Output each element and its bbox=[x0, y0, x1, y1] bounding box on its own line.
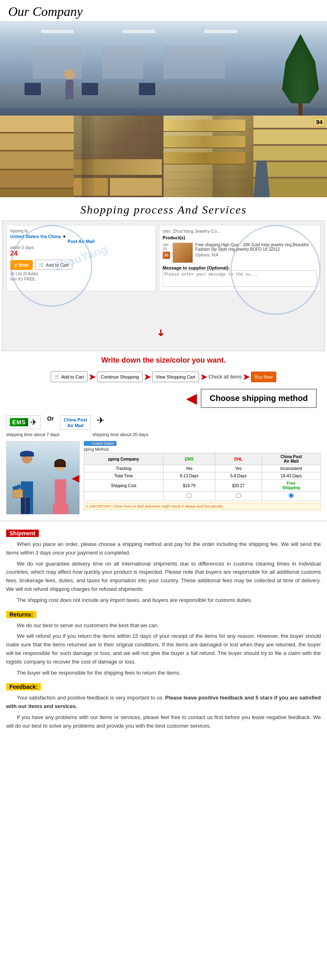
shipping-method-row: ◀ Choose shipping method bbox=[2, 385, 325, 411]
warehouse-left-image bbox=[0, 116, 164, 197]
store-name: nter: ZhuoYang Jewelry Co... bbox=[163, 229, 317, 234]
products-label: Product(s) bbox=[163, 235, 317, 240]
delivery-woman bbox=[49, 461, 73, 514]
view-cart-btn[interactable]: View Shopping Cart bbox=[152, 372, 199, 382]
shipping-note: ⚠ IMPORTANT: China Post Air Mail deliver… bbox=[84, 503, 321, 510]
or-text: Or bbox=[47, 415, 54, 422]
china-post-option[interactable]: China Post Air Mail bbox=[60, 415, 91, 430]
col-company: pping Company bbox=[84, 453, 164, 465]
message-input[interactable] bbox=[163, 270, 317, 287]
process-area: hipping to United States Via China ▼ Pos… bbox=[0, 220, 327, 519]
warehouse-right-image: 94 bbox=[164, 116, 327, 197]
buy-now-flow-btn[interactable]: Buy Now bbox=[251, 372, 276, 382]
product-detail-panel: nter: ZhuoYang Jewelry Co... Product(s) … bbox=[159, 225, 320, 291]
returns-title: Returns: bbox=[6, 611, 36, 618]
wish-list-label: sh List (0 Adds) bbox=[10, 272, 152, 276]
table-row-tracking: Tracking Yes Yes Inconsistent bbox=[84, 465, 321, 472]
cart-flow-icon: 🛒 bbox=[54, 374, 60, 379]
table-row-cost: Shipping Cost $19.79 $20.27 FreeShipping bbox=[84, 480, 321, 492]
flow-arrow-4: ➤ bbox=[243, 372, 250, 382]
returns-section: Returns: We do our best to serve our cus… bbox=[6, 611, 321, 677]
col-dhl: DHL bbox=[215, 453, 262, 465]
feedback-body: Your satisfaction and positive feedback … bbox=[6, 694, 321, 730]
china-post-plane-icon: ✈ bbox=[97, 415, 104, 426]
flow-arrow-1: ➤ bbox=[89, 372, 96, 382]
feedback-section: Feedback: Your satisfaction and positive… bbox=[6, 683, 321, 730]
compare-table-wrap: 🌐 United States pping Method pping Compa… bbox=[84, 441, 321, 510]
product-listing-panel: hipping to United States Via China ▼ Pos… bbox=[7, 225, 156, 291]
shipping-times: shipping time about 7 days shipping time… bbox=[2, 432, 325, 439]
product-price: 24 bbox=[10, 250, 152, 257]
add-to-cart-flow-btn[interactable]: 🛒 Add to Cart bbox=[51, 371, 88, 382]
product-description: Free shipping,High Qua... 18K Gold Inlay… bbox=[195, 243, 317, 252]
china-post-line1: China Post bbox=[64, 417, 87, 422]
ems-option[interactable]: EMS ✈ bbox=[6, 415, 41, 429]
message-label: Message to supplier (Optional): bbox=[163, 265, 317, 270]
protection-label: tion It's FREE bbox=[10, 277, 152, 281]
flow-arrow-2: ➤ bbox=[144, 372, 151, 382]
compare-table: pping Company EMS DHL China PostAir Mail… bbox=[84, 453, 321, 501]
write-down-text: Write down the size/color you want. bbox=[2, 351, 325, 368]
check-all-label: Check all items bbox=[208, 374, 242, 380]
company-office-image bbox=[0, 22, 327, 116]
table-row-time: Total Time 8-13 Days 5-8 Days 18-43 Days bbox=[84, 472, 321, 480]
within-label: within 5 days bbox=[10, 245, 152, 250]
shipping-compare-area: ◀ 🌐 United States pping Method pping Com… bbox=[2, 439, 325, 519]
ems-plane-icon: ✈ bbox=[30, 417, 37, 427]
choose-shipping-arrow: ◀ bbox=[186, 391, 197, 406]
our-company-title: Our Company bbox=[0, 0, 327, 22]
col-china-post: China PostAir Mail bbox=[262, 453, 320, 465]
product-thumbnail bbox=[172, 243, 193, 263]
ems-logo: EMS bbox=[10, 418, 28, 426]
cart-icon: 🛒 bbox=[39, 262, 45, 267]
continue-shopping-btn[interactable]: Continue Shopping bbox=[97, 372, 143, 382]
warehouse-images: 94 bbox=[0, 116, 327, 197]
shipping-country-link[interactable]: United States Via China bbox=[10, 234, 60, 239]
col-ems: EMS bbox=[163, 453, 215, 465]
delivery-person-image: ◀ bbox=[6, 441, 80, 514]
post-air-mail-link[interactable]: Post Air Mail bbox=[10, 239, 152, 244]
text-sections: Shipment When you place an order, please… bbox=[0, 523, 327, 731]
china-post-shipping-time: shipping time about 20 days bbox=[92, 432, 148, 437]
returns-body: We do our best to serve our customers th… bbox=[6, 621, 321, 677]
shipping-to-label: hipping to bbox=[10, 229, 152, 233]
shipment-section: Shipment When you place an order, please… bbox=[6, 530, 321, 605]
choose-shipping-box: Choose shipping method bbox=[201, 389, 317, 408]
dropdown-icon[interactable]: ▼ bbox=[62, 234, 66, 239]
product-options: Options: N/A bbox=[195, 253, 317, 257]
screenshot-mockup: hipping to United States Via China ▼ Pos… bbox=[2, 220, 325, 351]
flow-row: 🛒 Add to Cart ➤ Continue Shopping ➤ View… bbox=[2, 368, 325, 385]
shipment-body: When you place an order, please choose a… bbox=[6, 540, 321, 605]
add-to-cart-button[interactable]: 🛒 Add to Cart bbox=[35, 260, 72, 270]
delivery-man bbox=[13, 453, 41, 514]
feedback-title: Feedback: bbox=[6, 683, 41, 690]
buy-now-button[interactable]: y Now bbox=[10, 260, 33, 270]
shipping-options-row: EMS ✈ Or China Post Air Mail ✈ bbox=[2, 411, 325, 432]
shopping-process-title: Shopping process And Services bbox=[0, 197, 327, 220]
ems-shipping-time: shipping time about 7 days bbox=[6, 432, 60, 437]
table-row-radio[interactable] bbox=[84, 492, 321, 501]
china-post-line2: Air Mail bbox=[67, 423, 84, 428]
flow-arrow-3: ➤ bbox=[200, 372, 207, 382]
shipment-title: Shipment bbox=[6, 530, 39, 537]
